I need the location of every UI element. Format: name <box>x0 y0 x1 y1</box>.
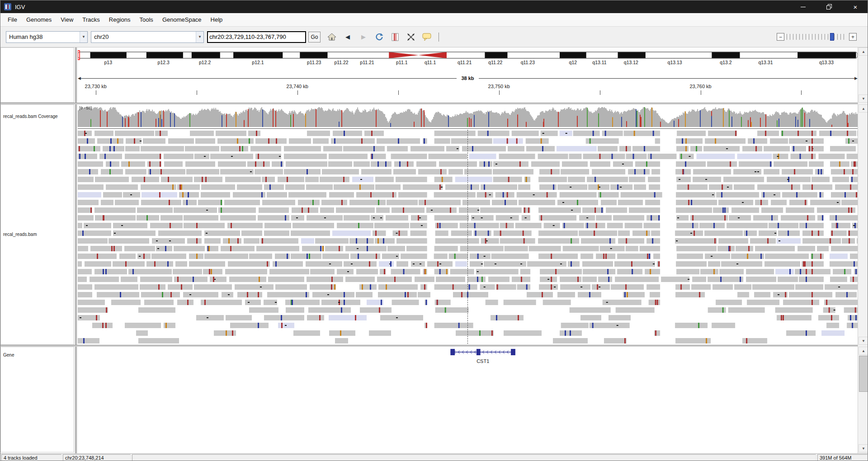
chevron-down-icon: ▼ <box>80 32 87 42</box>
up-arrow-icon: ▲ <box>862 50 865 54</box>
toolbar-icons: ◀ ▶ <box>327 32 439 42</box>
up-arrow-icon: ▲ <box>862 107 865 111</box>
ruler-tick-label: 23,730 kb <box>85 84 107 89</box>
menu-item-view[interactable]: View <box>56 14 78 25</box>
header-scroll-up-button[interactable]: ▲ <box>859 47 868 56</box>
forward-icon: ▶ <box>361 33 366 40</box>
window-controls: × <box>790 0 868 13</box>
coverage-track-label[interactable]: recal_reads.bam Coverage <box>3 114 58 119</box>
minimize-button[interactable] <box>790 0 816 13</box>
gene-track-label[interactable]: Gene <box>3 353 14 358</box>
cytoband-label: q13.31 <box>758 60 773 65</box>
menu-item-regions[interactable]: Regions <box>104 14 135 25</box>
menu-item-tracks[interactable]: Tracks <box>78 14 104 25</box>
statusbar: 4 tracks loaded chr20:23,748,214 391M of… <box>0 453 868 461</box>
ruler-span-arrow: ◀ 38 kb ▶ <box>78 75 858 81</box>
cytoband-label: p11.23 <box>307 60 321 65</box>
region-of-interest-button[interactable] <box>390 32 400 42</box>
cytoband-label: q11.21 <box>458 60 472 65</box>
refresh-button[interactable] <box>374 32 384 42</box>
cytoband-label: q13.2 <box>720 60 731 65</box>
menubar: FileGenomesViewTracksRegionsToolsGenomeS… <box>0 13 868 27</box>
menu-item-genomes[interactable]: Genomes <box>22 14 56 25</box>
ruler-tick-mark <box>197 90 197 95</box>
window-title: IGV <box>15 4 25 10</box>
up-arrow-icon: ▲ <box>862 349 865 353</box>
gene-scroll-down-button[interactable]: ▼ <box>859 444 868 452</box>
forward-button[interactable]: ▶ <box>359 32 368 42</box>
alignment-track-label[interactable]: recal_reads.bam <box>3 232 37 237</box>
panel-vertical-splitter[interactable] <box>74 47 78 453</box>
ruler-tick-label: 23,750 kb <box>488 84 510 89</box>
menu-item-tools[interactable]: Tools <box>135 14 158 25</box>
ruler-tick-mark <box>701 90 701 95</box>
ruler-tick-label: 23,740 kb <box>287 84 308 89</box>
ruler[interactable]: 23,730 kb23,740 kb23,750 kb23,760 kb <box>78 84 858 97</box>
arrow-right-icon: ▶ <box>854 75 858 81</box>
ruler-span-label: 38 kb <box>457 75 478 81</box>
ruler-tick-mark <box>96 90 96 95</box>
titlebar-left: IGV <box>0 3 25 10</box>
ruler-tick-mark <box>499 90 500 95</box>
gene-exon <box>511 349 515 355</box>
chromosome-select-value: chr20 <box>91 33 196 40</box>
ruler-line <box>479 78 855 79</box>
cytoband-label: q11.23 <box>521 60 535 65</box>
cytoband-label: q11.22 <box>488 60 502 65</box>
popup-behavior-button[interactable] <box>422 32 432 42</box>
cytoband-label: q13.33 <box>819 60 834 65</box>
locus-input[interactable] <box>207 31 306 43</box>
ruler-tick-mark <box>801 90 802 95</box>
memory-status: 391M of 564M <box>817 454 868 461</box>
ruler-line <box>81 78 457 79</box>
gene-exon <box>450 349 455 355</box>
go-button[interactable]: Go <box>308 32 321 42</box>
gene-name-label: CST1 <box>476 358 489 364</box>
restore-button[interactable] <box>816 0 842 13</box>
toolbar-separator <box>439 33 439 42</box>
ruler-tick-mark <box>600 90 600 95</box>
ruler-tick-mark <box>297 90 298 95</box>
home-button[interactable] <box>327 32 337 42</box>
fit-to-window-button[interactable] <box>406 32 416 42</box>
close-button[interactable]: × <box>842 0 868 13</box>
genome-select[interactable]: Human hg38 ▼ <box>6 31 88 43</box>
chromosome-select[interactable]: chr20 ▼ <box>91 31 204 43</box>
tracks-scroll-down-button[interactable]: ▼ <box>859 337 868 345</box>
arrow-left-icon: ◀ <box>78 75 81 81</box>
tracks-scroll-up-button[interactable]: ▲ <box>859 104 868 113</box>
minus-icon: − <box>779 34 782 40</box>
zoom-slider-thumb[interactable] <box>830 33 834 41</box>
cursor-position-status: chr20:23,748,214 <box>63 454 131 461</box>
cytoband-label: p12.1 <box>252 60 264 65</box>
zoom-in-button[interactable]: + <box>849 33 857 41</box>
speech-bubble-icon <box>422 33 431 41</box>
gene-scroll-thumb[interactable] <box>859 356 868 392</box>
header-scroll-down-button[interactable]: ▼ <box>859 94 868 103</box>
zoom-slider[interactable] <box>787 34 847 40</box>
back-icon: ◀ <box>345 33 350 40</box>
down-arrow-icon: ▼ <box>862 97 865 101</box>
zoom-out-button[interactable]: − <box>777 33 784 41</box>
gene-track[interactable]: CST1 <box>78 347 858 369</box>
menu-item-genomespace[interactable]: GenomeSpace <box>158 14 206 25</box>
gene-scroll-up-button[interactable]: ▲ <box>859 347 868 355</box>
back-button[interactable]: ◀ <box>343 32 353 42</box>
restore-icon <box>826 4 832 9</box>
cytoband-label: p11.21 <box>360 60 374 65</box>
ruler-tick-mark <box>398 90 399 95</box>
down-arrow-icon: ▼ <box>862 339 865 343</box>
menu-item-file[interactable]: File <box>3 14 22 25</box>
cytoband-label: q11.1 <box>425 60 436 65</box>
ruler-tick-label: 23,760 kb <box>689 84 711 89</box>
gene-exon <box>476 349 481 355</box>
igv-application-window: IGV × FileGenomesViewTracksRegionsToolsG… <box>0 0 868 461</box>
menu-item-help[interactable]: Help <box>206 14 227 25</box>
cytoband-label: p11.22 <box>334 60 348 65</box>
coverage-range-label: [0 - 58] <box>79 106 92 110</box>
scrollbar-column: ▲ ▼ ▲ ▼ ▲ ▼ <box>858 47 868 453</box>
cytoband-label: p12.2 <box>199 60 211 65</box>
attribute-panel-header-cell <box>0 47 74 103</box>
chromosome-ideogram[interactable]: p13p12.3p12.2p12.1p11.23p11.22p11.21p11.… <box>78 50 858 71</box>
titlebar: IGV × <box>0 0 868 13</box>
